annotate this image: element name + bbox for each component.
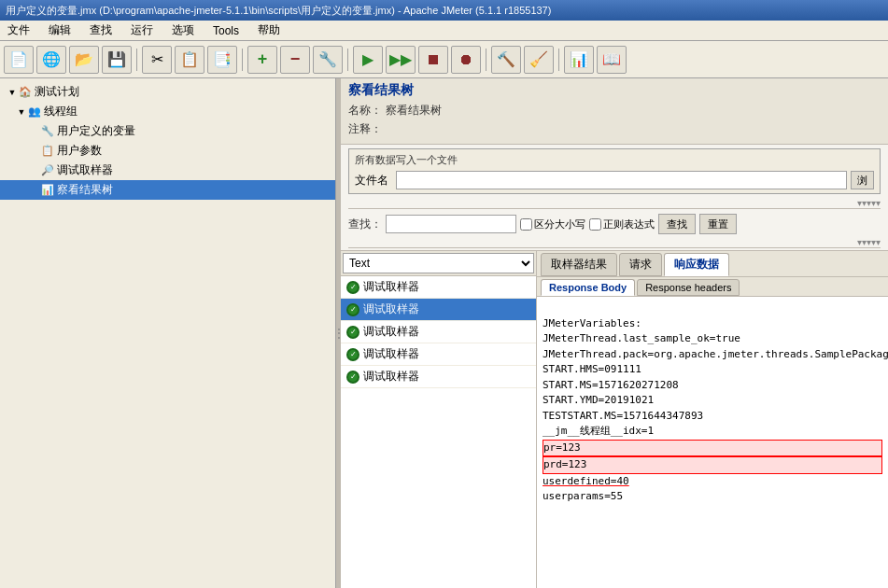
stop-button[interactable]: ⏹ xyxy=(418,46,448,74)
file-input[interactable] xyxy=(396,171,847,189)
expand-icon-plan[interactable]: ▼ xyxy=(7,88,17,97)
regex-label: 正则表达式 xyxy=(603,217,655,231)
reset-button[interactable]: 重置 xyxy=(699,214,737,234)
clear-all-button[interactable]: 🧹 xyxy=(524,46,554,74)
response-line-7: TESTSTART.MS=1571644347893 xyxy=(543,409,882,425)
text-dropdown[interactable]: Text xyxy=(343,253,534,273)
menu-help[interactable]: 帮助 xyxy=(254,21,284,39)
start-button[interactable]: ▶ xyxy=(353,46,383,74)
response-line-1: JMeterVariables: xyxy=(543,316,882,332)
sampler-item-4[interactable]: 调试取样器 xyxy=(341,366,536,388)
tree-label-debug: 调试取样器 xyxy=(57,162,113,178)
sub-tab-response-headers[interactable]: Response headers xyxy=(637,279,740,296)
clear-button[interactable]: 🔨 xyxy=(491,46,521,74)
start-no-pause-button[interactable]: ▶▶ xyxy=(386,46,416,74)
menu-tools[interactable]: Tools xyxy=(209,23,243,38)
tree-item-thread-group[interactable]: ▼ 👥 线程组 xyxy=(0,102,335,121)
toolbar-sep-1 xyxy=(136,49,137,71)
menu-options[interactable]: 选项 xyxy=(168,21,198,39)
tree-label-plan: 测试计划 xyxy=(35,84,79,100)
panel-header: 察看结果树 名称： 察看结果树 注释： xyxy=(341,78,888,145)
add-button[interactable]: + xyxy=(247,46,277,74)
sampler-item-0[interactable]: 调试取样器 xyxy=(341,276,536,299)
sampler-icon-1 xyxy=(346,303,359,316)
case-checkbox[interactable] xyxy=(520,218,532,231)
result-icon: 📊 xyxy=(41,184,54,196)
sampler-icon-0 xyxy=(346,281,359,294)
tree-item-user-vars[interactable]: 🔧 用户定义的变量 xyxy=(0,121,335,141)
cut-button[interactable]: ✂ xyxy=(142,46,172,74)
sampler-item-1[interactable]: 调试取样器 xyxy=(341,299,536,321)
toolbar-sep-4 xyxy=(486,49,486,71)
tree-item-debug-sampler[interactable]: 🔎 调试取样器 xyxy=(0,161,335,180)
main-area: ▼ 🏠 测试计划 ▼ 👥 线程组 🔧 用户定义的变量 xyxy=(0,78,888,588)
tree-item-test-plan[interactable]: ▼ 🏠 测试计划 xyxy=(0,82,335,102)
tab-response-data[interactable]: 响应数据 xyxy=(664,253,729,276)
response-line-5: START.MS=1571620271208 xyxy=(543,378,882,394)
sampler-icon-3 xyxy=(346,348,359,361)
sampler-label-2: 调试取样器 xyxy=(363,324,419,340)
paste-button[interactable]: 📑 xyxy=(207,46,237,74)
file-row: 文件名 浏 xyxy=(355,171,874,189)
response-line-0 xyxy=(543,301,882,316)
remove-button[interactable]: − xyxy=(280,46,310,74)
search-input[interactable] xyxy=(386,215,516,233)
response-line-8: __jm__线程组__idx=1 xyxy=(543,424,882,440)
sampler-item-2[interactable]: 调试取样器 xyxy=(341,321,536,343)
tab-sampler-result[interactable]: 取样器结果 xyxy=(541,253,617,276)
text-selector: Text xyxy=(341,251,536,276)
save-button[interactable]: 💾 xyxy=(102,46,132,74)
menu-file[interactable]: 文件 xyxy=(4,21,34,39)
response-line-3: JMeterThread.pack=org.apache.jmeter.thre… xyxy=(543,347,882,363)
title-bar: 用户定义的变量.jmx (D:\program\apache-jmeter-5.… xyxy=(0,0,888,21)
panel-title: 察看结果树 xyxy=(348,82,881,99)
open-button[interactable]: 📂 xyxy=(69,46,99,74)
sampler-item-3[interactable]: 调试取样器 xyxy=(341,343,536,366)
comment-row: 注释： xyxy=(348,121,881,137)
copy-button[interactable]: 📋 xyxy=(175,46,204,74)
menu-find[interactable]: 查找 xyxy=(86,21,116,39)
vertical-resize-handle[interactable] xyxy=(336,78,341,588)
expand-icon-thread[interactable]: ▼ xyxy=(17,107,26,117)
sub-tab-response-body[interactable]: Response Body xyxy=(541,279,635,296)
debug-icon: 🔎 xyxy=(41,164,54,176)
sub-tabs: Response Body Response headers xyxy=(537,277,888,297)
tree-label-result: 察看结果树 xyxy=(57,182,113,198)
file-browse-button[interactable]: 浏 xyxy=(851,171,874,189)
case-label: 区分大小写 xyxy=(534,217,585,231)
plan-icon: 🏠 xyxy=(19,86,32,98)
checkbox-case: 区分大小写 xyxy=(520,217,585,231)
expand-icon-result xyxy=(30,186,39,195)
tab-request[interactable]: 请求 xyxy=(619,253,662,276)
tree-area: ▼ 🏠 测试计划 ▼ 👥 线程组 🔧 用户定义的变量 xyxy=(0,78,335,588)
regex-checkbox[interactable] xyxy=(589,218,601,231)
settings-button[interactable]: 🔧 xyxy=(313,46,343,74)
toolbar-sep-2 xyxy=(242,49,243,71)
menu-edit[interactable]: 编辑 xyxy=(45,21,75,39)
response-line-6: START.YMD=20191021 xyxy=(543,393,882,409)
tree-item-result-tree[interactable]: 📊 察看结果树 xyxy=(0,180,335,200)
tree-label-params: 用户参数 xyxy=(57,143,102,159)
response-line-userdefined: userdefined=40 xyxy=(543,474,882,490)
param-icon: 📋 xyxy=(41,145,54,157)
file-label: 文件名 xyxy=(355,173,392,189)
tree-item-user-params[interactable]: 📋 用户参数 xyxy=(0,141,335,161)
result-detail: 取样器结果 请求 响应数据 Response Body Response hea… xyxy=(537,251,888,588)
response-line-prd: prd=123 xyxy=(543,456,882,474)
title-text: 用户定义的变量.jmx (D:\program\apache-jmeter-5.… xyxy=(6,4,551,18)
expand-icon-params xyxy=(30,147,39,156)
function-button[interactable]: 📊 xyxy=(564,46,594,74)
shutdown-button[interactable]: ⏺ xyxy=(451,46,481,74)
comment-label: 注释： xyxy=(348,121,386,137)
sampler-label-3: 调试取样器 xyxy=(363,346,419,362)
new-button[interactable]: 📄 xyxy=(4,46,34,74)
name-value: 察看结果树 xyxy=(386,103,442,119)
tree-label-vars: 用户定义的变量 xyxy=(57,123,135,139)
open-remote-button[interactable]: 🌐 xyxy=(36,46,66,74)
search-button[interactable]: 查找 xyxy=(658,214,696,234)
file-section-title: 所有数据写入一个文件 xyxy=(355,153,874,167)
menu-run[interactable]: 运行 xyxy=(127,21,157,39)
toolbar-sep-5 xyxy=(558,49,559,71)
response-line-pr: pr=123 xyxy=(543,440,882,457)
help-button[interactable]: 📖 xyxy=(597,46,627,74)
